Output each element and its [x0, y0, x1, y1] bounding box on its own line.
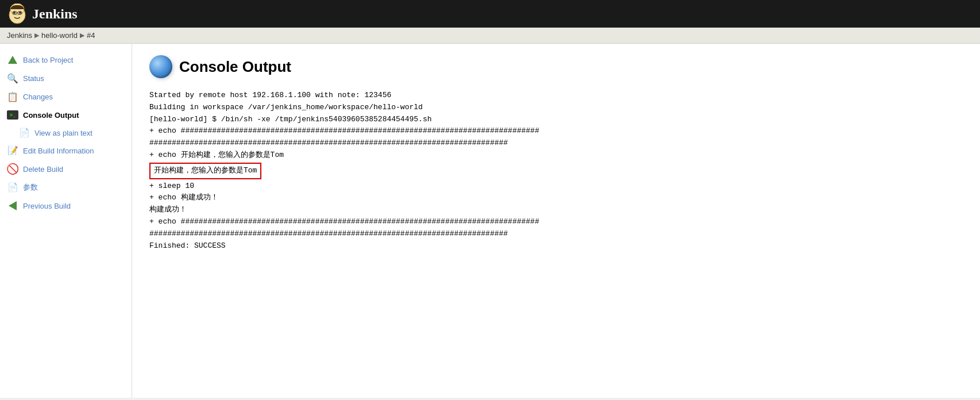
console-line-highlight: 开始构建，您输入的参数是Tom — [149, 161, 963, 180]
sidebar: Back to Project 🔍 Status 📋 Changes >_ Co… — [0, 44, 132, 398]
sidebar-label-previous-build: Previous Build — [23, 202, 71, 210]
sidebar-label-view-plain-text: View as plain text — [34, 129, 92, 137]
breadcrumb-jenkins[interactable]: Jenkins — [7, 31, 32, 40]
console-line-7: + echo 构建成功！ — [149, 192, 963, 204]
document-icon: 📄 — [18, 127, 30, 139]
breadcrumb-arrow-1: ▶ — [34, 32, 39, 39]
jenkins-icon — [7, 3, 28, 24]
sidebar-item-delete-build[interactable]: 🚫 Delete Build — [0, 160, 132, 178]
console-line-2: Building in workspace /var/jenkins_home/… — [149, 102, 963, 114]
sidebar-item-previous-build[interactable]: Previous Build — [0, 197, 132, 215]
console-line-6: + sleep 10 — [149, 180, 963, 193]
breadcrumb-arrow-2: ▶ — [80, 32, 84, 39]
breadcrumb-build-number[interactable]: #4 — [87, 31, 95, 40]
sidebar-item-params[interactable]: 📄 参数 — [0, 178, 132, 197]
sidebar-label-params: 参数 — [23, 182, 38, 193]
params-icon: 📄 — [7, 182, 18, 193]
highlight-text: 开始构建，您输入的参数是Tom — [149, 163, 261, 179]
jenkins-logo[interactable]: Jenkins — [7, 3, 78, 24]
console-line-1: Started by remote host 192.168.1.100 wit… — [149, 90, 963, 102]
delete-icon: 🚫 — [7, 163, 18, 175]
notepad-icon: 📋 — [7, 91, 18, 102]
sidebar-label-back-to-project: Back to Project — [23, 56, 73, 64]
page-title: Console Output — [179, 58, 291, 76]
sidebar-item-back-to-project[interactable]: Back to Project — [0, 51, 132, 69]
sidebar-item-console-output[interactable]: >_ Console Output — [0, 106, 132, 124]
arrow-up-icon — [7, 54, 18, 66]
arrow-left-icon — [7, 200, 18, 211]
sidebar-item-changes[interactable]: 📋 Changes — [0, 87, 132, 106]
edit-icon: 📝 — [7, 145, 18, 156]
breadcrumb-hello-world[interactable]: hello-world — [41, 31, 78, 40]
svg-point-2 — [13, 11, 16, 14]
header: Jenkins — [0, 0, 980, 28]
console-line-9: + echo #################################… — [149, 216, 963, 240]
sidebar-label-edit-build-info: Edit Build Information — [23, 147, 94, 155]
console-line-5: + echo 开始构建，您输入的参数是Tom — [149, 149, 963, 161]
content-area: Console Output Started by remote host 19… — [132, 44, 980, 398]
main-layout: Back to Project 🔍 Status 📋 Changes >_ Co… — [0, 44, 980, 398]
sidebar-item-status[interactable]: 🔍 Status — [0, 69, 132, 87]
sidebar-label-delete-build: Delete Build — [23, 165, 63, 174]
console-line-4: + echo #################################… — [149, 125, 963, 149]
console-line-10: Finished: SUCCESS — [149, 240, 963, 252]
page-header: Console Output — [149, 55, 963, 78]
sidebar-label-console-output: Console Output — [23, 111, 79, 120]
console-output-icon — [149, 55, 172, 78]
console-icon: >_ — [7, 109, 18, 121]
console-output: Started by remote host 192.168.1.100 wit… — [149, 90, 963, 252]
sidebar-label-status: Status — [23, 74, 44, 83]
console-line-8: 构建成功！ — [149, 204, 963, 216]
sidebar-item-edit-build-info[interactable]: 📝 Edit Build Information — [0, 141, 132, 160]
sidebar-label-changes: Changes — [23, 93, 53, 101]
console-line-3: [hello-world] $ /bin/sh -xe /tmp/jenkins… — [149, 114, 963, 126]
sidebar-item-view-plain-text[interactable]: 📄 View as plain text — [0, 124, 132, 141]
svg-point-3 — [19, 11, 21, 14]
search-icon: 🔍 — [7, 72, 18, 84]
jenkins-title: Jenkins — [32, 6, 78, 22]
breadcrumb: Jenkins ▶ hello-world ▶ #4 — [0, 28, 980, 44]
